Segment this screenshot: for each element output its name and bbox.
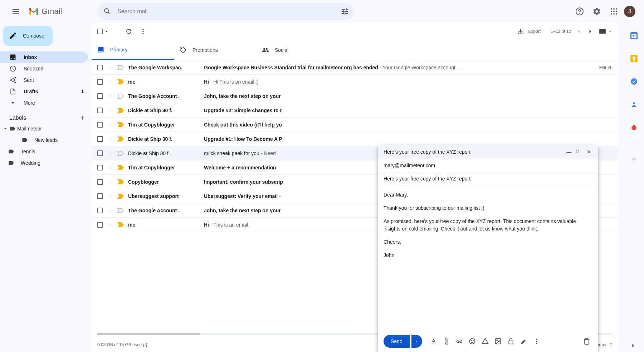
add-label-icon[interactable] — [79, 114, 86, 122]
nav-drafts[interactable]: Drafts 1 — [0, 86, 88, 97]
calendar-app-icon[interactable]: 31 — [627, 29, 641, 43]
select-dropdown-icon[interactable] — [104, 29, 109, 34]
compose-subject-field[interactable]: Here's your free copy of the XYZ report — [378, 172, 598, 185]
email-checkbox[interactable] — [97, 122, 103, 128]
important-marker-icon[interactable] — [117, 94, 124, 99]
email-row[interactable]: ☆ Tim at Copyblogger Check out this vide… — [92, 118, 618, 132]
export-label[interactable]: Export — [528, 29, 541, 34]
nav-inbox[interactable]: Inbox — [0, 51, 88, 63]
more-icon[interactable] — [140, 28, 147, 35]
settings-button[interactable] — [590, 4, 604, 19]
important-marker-icon[interactable] — [117, 79, 124, 84]
email-checkbox[interactable] — [97, 208, 103, 213]
close-icon[interactable]: ✕ — [585, 149, 592, 155]
account-avatar[interactable]: J — [624, 6, 635, 17]
star-icon[interactable]: ☆ — [107, 121, 113, 129]
minimize-icon[interactable]: — — [565, 149, 572, 155]
star-icon[interactable]: ☆ — [107, 192, 113, 200]
send-options-button[interactable] — [411, 335, 422, 348]
email-checkbox[interactable] — [97, 179, 103, 185]
email-row[interactable]: ☆ The Google Workspac. Google Workspace … — [92, 60, 618, 75]
tasks-app-icon[interactable] — [627, 74, 641, 89]
star-icon[interactable]: ☆ — [107, 207, 113, 214]
emoji-icon[interactable] — [467, 336, 478, 347]
compose-button[interactable]: Compose — [3, 26, 53, 46]
email-checkbox[interactable] — [97, 150, 103, 156]
important-marker-icon[interactable] — [117, 122, 124, 127]
drive-icon[interactable] — [479, 336, 491, 347]
important-marker-icon[interactable] — [117, 179, 124, 184]
search-input[interactable] — [117, 8, 335, 15]
label-mailmeteor[interactable]: Mailmeteor — [0, 123, 92, 134]
prev-page-icon[interactable] — [575, 28, 582, 35]
star-icon[interactable]: ☆ — [107, 221, 113, 229]
download-icon[interactable] — [517, 28, 524, 35]
important-marker-icon[interactable] — [117, 165, 124, 170]
important-marker-icon[interactable] — [117, 137, 124, 142]
compose-title[interactable]: Here's your free copy of the XYZ report — [384, 149, 565, 155]
confidential-icon[interactable] — [505, 336, 517, 347]
get-addons-icon[interactable] — [627, 152, 641, 166]
nav-more[interactable]: More — [0, 97, 88, 109]
contacts-app-icon[interactable] — [627, 97, 641, 111]
formatting-icon[interactable] — [428, 336, 439, 347]
star-icon[interactable]: ☆ — [107, 164, 113, 172]
tab-social[interactable]: Social — [256, 40, 338, 60]
important-marker-icon[interactable] — [117, 222, 124, 227]
tab-promotions[interactable]: Promotions — [174, 40, 256, 60]
refresh-icon[interactable] — [125, 28, 132, 35]
keep-app-icon[interactable] — [627, 51, 641, 66]
email-checkbox[interactable] — [97, 79, 103, 85]
email-row[interactable]: ☆ Dickie at Ship 30 f. Upgrade #1: How T… — [92, 132, 618, 146]
email-checkbox[interactable] — [97, 193, 103, 199]
important-marker-icon[interactable] — [117, 65, 124, 70]
next-page-icon[interactable] — [587, 28, 594, 35]
nav-sent[interactable]: Sent — [0, 74, 88, 86]
star-icon[interactable]: ☆ — [107, 64, 113, 71]
star-icon[interactable]: ☆ — [107, 92, 113, 100]
email-checkbox[interactable] — [97, 136, 103, 142]
email-row[interactable]: ☆ The Google Account . John, take the ne… — [92, 89, 618, 103]
input-tools-button[interactable] — [598, 29, 613, 34]
star-icon[interactable]: ☆ — [107, 178, 113, 186]
label-wedding[interactable]: Wedding — [0, 157, 92, 169]
fullscreen-icon[interactable] — [575, 149, 582, 155]
send-button[interactable]: Send — [384, 335, 410, 348]
select-all-checkbox[interactable] — [97, 29, 103, 34]
important-marker-icon[interactable] — [117, 151, 124, 156]
star-icon[interactable]: ☆ — [107, 106, 113, 114]
compose-to-field[interactable]: mary@mailmeteor.com — [378, 159, 598, 172]
email-row[interactable]: ☆ Dickie at Ship 30 f. Upgrade #2: Simpl… — [92, 103, 618, 118]
gmail-logo[interactable]: Gmail — [29, 7, 62, 16]
email-checkbox[interactable] — [97, 93, 103, 99]
support-button[interactable] — [572, 4, 587, 19]
email-checkbox[interactable] — [97, 65, 103, 70]
compose-body[interactable]: Dear Mary, Thank you for subscribing to … — [378, 185, 598, 331]
image-icon[interactable] — [492, 336, 504, 347]
tab-primary[interactable]: Primary — [92, 40, 174, 60]
addon-app-icon[interactable] — [627, 120, 641, 134]
star-icon[interactable]: ☆ — [107, 78, 113, 86]
collapse-panel-icon[interactable] — [630, 342, 637, 349]
main-menu-button[interactable] — [7, 3, 24, 20]
label-new-leads[interactable]: New leads — [0, 134, 92, 146]
star-icon[interactable]: ☆ — [107, 149, 113, 157]
discard-icon[interactable] — [581, 336, 592, 347]
important-marker-icon[interactable] — [117, 208, 124, 213]
apps-button[interactable] — [607, 4, 621, 19]
search-box[interactable] — [97, 3, 355, 20]
star-icon[interactable]: ☆ — [107, 135, 113, 143]
external-link-icon[interactable] — [143, 343, 148, 348]
label-tennis[interactable]: Tennis — [0, 146, 92, 157]
more-options-icon[interactable] — [531, 336, 542, 347]
email-checkbox[interactable] — [97, 108, 103, 113]
link-icon[interactable] — [454, 336, 465, 347]
email-checkbox[interactable] — [97, 165, 103, 170]
nav-snoozed[interactable]: Snoozed — [0, 63, 88, 74]
email-row[interactable]: ☆ me Hi - Hi This is an email :) — [92, 75, 618, 89]
important-marker-icon[interactable] — [117, 194, 124, 199]
signature-icon[interactable] — [518, 336, 530, 347]
tune-icon[interactable] — [341, 7, 349, 16]
attach-icon[interactable] — [441, 336, 452, 347]
email-checkbox[interactable] — [97, 222, 103, 228]
